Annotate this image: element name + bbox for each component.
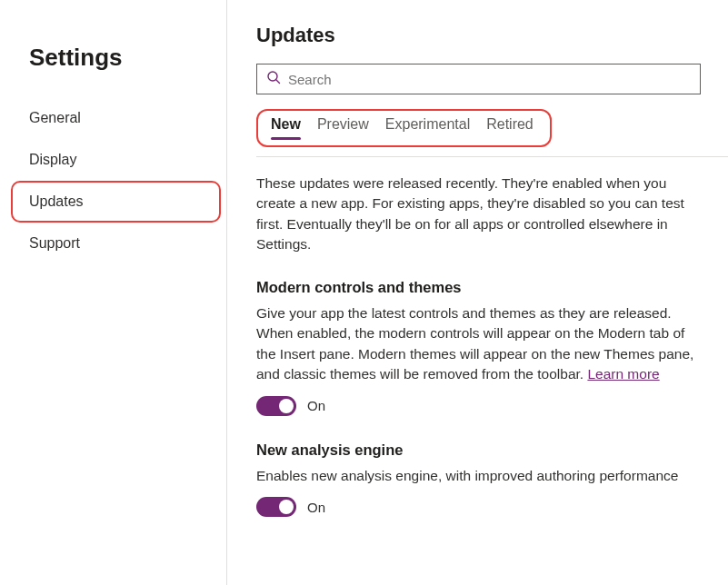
svg-point-0 xyxy=(268,72,277,81)
sidebar-item-label: Support xyxy=(29,235,80,251)
sidebar-title: Settings xyxy=(0,44,226,97)
sidebar-item-label: Updates xyxy=(29,193,84,209)
search-icon xyxy=(266,70,281,88)
search-box[interactable] xyxy=(256,64,701,94)
toggle-label: On xyxy=(307,500,325,515)
sidebar-item-support[interactable]: Support xyxy=(0,223,226,264)
tab-label: New xyxy=(271,116,301,132)
divider xyxy=(256,156,728,157)
tab-label: Retired xyxy=(486,116,534,132)
setting-new-analysis-engine: New analysis engine Enables new analysis… xyxy=(256,441,701,517)
tab-preview[interactable]: Preview xyxy=(317,116,369,136)
tab-new[interactable]: New xyxy=(271,116,301,136)
toggle-row: On xyxy=(256,396,701,416)
toggle-row: On xyxy=(256,497,701,517)
setting-desc: Give your app the latest controls and th… xyxy=(256,303,701,385)
sidebar-item-updates[interactable]: Updates xyxy=(11,181,221,223)
setting-modern-controls: Modern controls and themes Give your app… xyxy=(256,279,701,416)
setting-desc: Enables new analysis engine, with improv… xyxy=(256,466,701,486)
main-pane: Updates New Preview Experimental Retired… xyxy=(227,0,728,585)
sidebar-item-general[interactable]: General xyxy=(0,97,226,139)
sidebar-item-label: Display xyxy=(29,152,76,167)
svg-line-1 xyxy=(276,80,280,84)
intro-text: These updates were released recently. Th… xyxy=(256,174,701,255)
search-input[interactable] xyxy=(281,72,691,87)
tab-label: Preview xyxy=(317,116,369,132)
setting-title: Modern controls and themes xyxy=(256,279,701,296)
toggle-label: On xyxy=(307,398,325,413)
toggle-knob xyxy=(279,399,294,413)
sidebar: Settings General Display Updates Support xyxy=(0,0,227,585)
learn-more-link[interactable]: Learn more xyxy=(587,366,659,382)
tab-experimental[interactable]: Experimental xyxy=(385,116,470,136)
sidebar-item-display[interactable]: Display xyxy=(0,139,226,181)
tabs-container: New Preview Experimental Retired xyxy=(256,109,552,147)
tab-label: Experimental xyxy=(385,116,470,132)
setting-title: New analysis engine xyxy=(256,441,701,459)
toggle-new-analysis-engine[interactable] xyxy=(256,497,296,517)
toggle-knob xyxy=(279,500,294,514)
page-title: Updates xyxy=(256,24,701,47)
tab-retired[interactable]: Retired xyxy=(486,116,534,136)
sidebar-item-label: General xyxy=(29,110,81,125)
toggle-modern-controls[interactable] xyxy=(256,396,296,416)
